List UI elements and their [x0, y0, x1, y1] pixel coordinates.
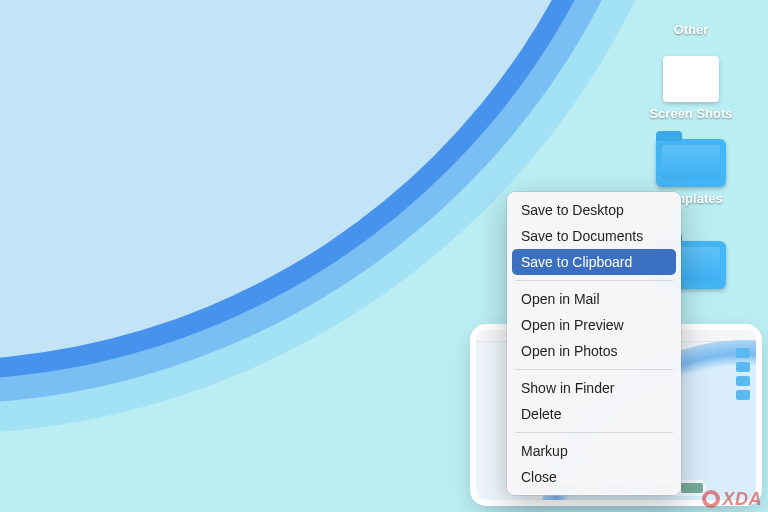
menu-item-save-desktop[interactable]: Save to Desktop	[507, 197, 681, 223]
menu-item-open-photos[interactable]: Open in Photos	[507, 338, 681, 364]
desktop[interactable]: Other Screen Shots Templates Save to Des…	[0, 0, 768, 512]
menu-item-open-mail[interactable]: Open in Mail	[507, 286, 681, 312]
menu-item-markup[interactable]: Markup	[507, 438, 681, 464]
watermark-ring-icon	[702, 490, 720, 508]
menu-separator	[515, 280, 673, 281]
stack-other[interactable]: Other	[636, 18, 746, 38]
stack-label: Other	[674, 22, 709, 38]
menu-item-open-preview[interactable]: Open in Preview	[507, 312, 681, 338]
menu-item-save-documents[interactable]: Save to Documents	[507, 223, 681, 249]
watermark: XDA	[702, 489, 762, 510]
stack-label: Screen Shots	[649, 106, 732, 122]
menu-item-show-finder[interactable]: Show in Finder	[507, 375, 681, 401]
menu-separator	[515, 369, 673, 370]
folder-icon	[656, 139, 726, 187]
watermark-text: XDA	[722, 489, 762, 509]
file-icon	[663, 56, 719, 102]
menu-item-close[interactable]: Close	[507, 464, 681, 490]
screenshot-context-menu: Save to Desktop Save to Documents Save t…	[507, 192, 681, 495]
menu-item-save-clipboard[interactable]: Save to Clipboard	[512, 249, 676, 275]
menu-separator	[515, 432, 673, 433]
thumb-desktop-icons	[736, 348, 750, 400]
stack-screenshots[interactable]: Screen Shots	[636, 56, 746, 122]
menu-item-delete[interactable]: Delete	[507, 401, 681, 427]
